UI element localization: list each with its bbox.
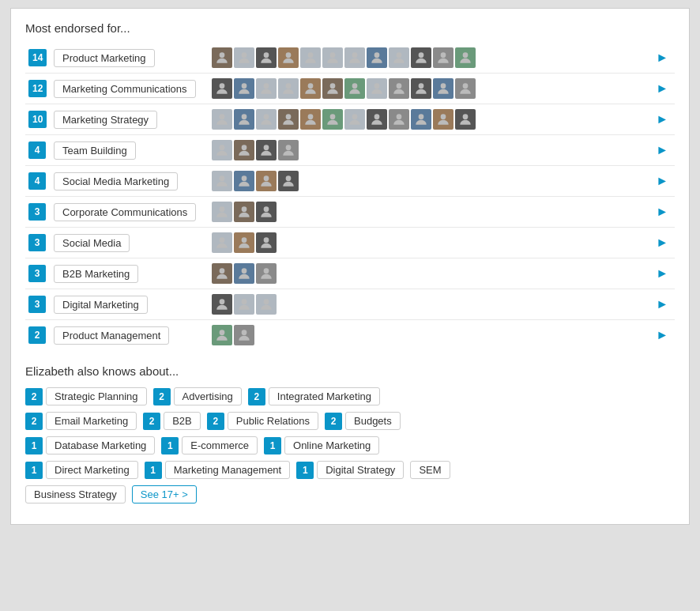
expand-arrow-button[interactable]: ► bbox=[653, 51, 672, 64]
avatar bbox=[256, 171, 277, 191]
skill-name-tag[interactable]: Team Building bbox=[54, 141, 136, 160]
skill-name-tag[interactable]: Product Marketing bbox=[54, 49, 155, 67]
also-knows-row: Business StrategySee 17+ > bbox=[25, 485, 675, 504]
skill-name-tag[interactable]: Product Management bbox=[54, 326, 169, 345]
svg-point-47 bbox=[220, 237, 225, 243]
endorsement-count-badge: 4 bbox=[28, 141, 46, 159]
also-knows-skill-tag[interactable]: SEM bbox=[410, 461, 450, 479]
also-knows-skill-tag[interactable]: Advertising bbox=[174, 387, 242, 405]
most-endorsed-title: Most endorsed for... bbox=[25, 21, 675, 35]
avatar bbox=[234, 202, 254, 222]
expand-arrow-button[interactable]: ► bbox=[653, 174, 672, 187]
also-knows-count-badge: 1 bbox=[145, 462, 162, 479]
also-knows-skill-tag[interactable]: Public Relations bbox=[228, 412, 318, 430]
svg-point-55 bbox=[264, 299, 269, 304]
skill-tag-pair: 1Digital Strategy bbox=[296, 461, 404, 479]
avatar bbox=[411, 47, 431, 68]
avatar bbox=[212, 263, 232, 284]
svg-point-11 bbox=[463, 52, 469, 58]
avatar-group bbox=[212, 47, 646, 68]
expand-arrow-button[interactable]: ► bbox=[653, 112, 672, 126]
svg-point-45 bbox=[242, 206, 247, 212]
also-knows-count-badge: 2 bbox=[25, 413, 43, 430]
also-knows-skill-tag[interactable]: Database Marketing bbox=[46, 436, 155, 454]
skill-name-tag[interactable]: B2B Marketing bbox=[54, 265, 138, 283]
skill-name-tag[interactable]: Digital Marketing bbox=[54, 296, 148, 314]
skill-name-tag[interactable]: Social Media bbox=[54, 234, 130, 252]
also-knows-skill-tag[interactable]: Direct Marketing bbox=[46, 461, 138, 479]
skill-tag-pair: 2Advertising bbox=[153, 387, 242, 405]
skill-name-tag[interactable]: Marketing Communications bbox=[54, 80, 196, 98]
skill-name-tag[interactable]: Marketing Strategy bbox=[54, 111, 157, 129]
avatar bbox=[234, 47, 254, 68]
avatar bbox=[389, 109, 409, 130]
expand-arrow-button[interactable]: ► bbox=[653, 205, 672, 218]
also-knows-skill-tag[interactable]: Budgets bbox=[345, 412, 401, 430]
svg-point-28 bbox=[308, 114, 314, 119]
also-knows-skill-tag[interactable]: Online Marketing bbox=[284, 436, 379, 454]
avatar-group bbox=[212, 171, 646, 191]
svg-point-12 bbox=[220, 83, 225, 89]
svg-point-37 bbox=[242, 145, 247, 150]
expand-arrow-button[interactable]: ► bbox=[653, 81, 672, 95]
also-knows-skill-tag[interactable]: B2B bbox=[164, 412, 201, 430]
avatar-group bbox=[212, 294, 646, 315]
avatar bbox=[234, 140, 254, 160]
svg-point-35 bbox=[463, 114, 469, 119]
skill-name-tag[interactable]: Social Media Marketing bbox=[54, 172, 178, 190]
svg-point-13 bbox=[242, 83, 247, 89]
also-knows-row: 2Strategic Planning2Advertising2Integrat… bbox=[25, 387, 675, 405]
avatar bbox=[256, 47, 277, 68]
svg-point-14 bbox=[264, 83, 269, 89]
svg-point-1 bbox=[242, 52, 247, 58]
also-knows-skill-tag[interactable]: Integrated Marketing bbox=[269, 387, 380, 405]
svg-point-32 bbox=[397, 114, 402, 119]
svg-point-51 bbox=[242, 268, 247, 273]
expand-arrow-button[interactable]: ► bbox=[653, 297, 672, 311]
also-knows-skill-tag[interactable]: Marketing Management bbox=[165, 461, 291, 479]
avatar bbox=[367, 47, 387, 68]
also-knows-skill-tag[interactable]: Strategic Planning bbox=[46, 387, 147, 405]
see-more-button[interactable]: See 17+ > bbox=[132, 485, 197, 504]
avatar bbox=[278, 78, 299, 99]
svg-point-23 bbox=[463, 83, 469, 89]
also-knows-section: Elizabeth also knows about... 2Strategic… bbox=[25, 364, 675, 510]
also-knows-skill-tag[interactable]: Business Strategy bbox=[25, 485, 126, 504]
svg-point-49 bbox=[264, 237, 269, 243]
svg-point-54 bbox=[242, 299, 247, 304]
svg-point-2 bbox=[264, 52, 269, 58]
svg-point-24 bbox=[220, 114, 225, 119]
skill-tag-pair: 2Strategic Planning bbox=[25, 387, 147, 405]
also-knows-row: 1Database Marketing1E-commerce1Online Ma… bbox=[25, 436, 675, 454]
svg-point-41 bbox=[242, 175, 247, 181]
expand-arrow-button[interactable]: ► bbox=[653, 236, 672, 249]
avatar-group bbox=[212, 109, 646, 130]
svg-point-50 bbox=[220, 268, 225, 273]
expand-arrow-button[interactable]: ► bbox=[653, 328, 672, 341]
avatar bbox=[278, 140, 299, 160]
avatar bbox=[433, 109, 453, 130]
also-knows-skill-tag[interactable]: Digital Strategy bbox=[317, 461, 404, 479]
endorsed-skill-row: 10Marketing Strategy ► bbox=[25, 104, 675, 135]
endorsement-count-badge: 2 bbox=[28, 326, 46, 344]
avatar bbox=[234, 325, 254, 345]
also-knows-count-badge: 1 bbox=[25, 462, 43, 479]
skill-tag-pair: 1E-commerce bbox=[161, 436, 258, 454]
svg-point-38 bbox=[264, 145, 269, 150]
avatar bbox=[212, 140, 232, 160]
endorsed-skill-row: 2Product Management ► bbox=[25, 320, 675, 351]
expand-arrow-button[interactable]: ► bbox=[653, 266, 672, 280]
skill-name-tag[interactable]: Corporate Communications bbox=[54, 203, 196, 221]
also-knows-row: 1Direct Marketing1Marketing Management1D… bbox=[25, 461, 675, 479]
also-knows-skill-tag[interactable]: E-commerce bbox=[182, 436, 258, 454]
avatar bbox=[212, 171, 232, 191]
endorsed-skill-row: 3Corporate Communications ► bbox=[25, 197, 675, 228]
also-knows-count-badge: 2 bbox=[248, 388, 265, 405]
expand-arrow-button[interactable]: ► bbox=[653, 143, 672, 157]
also-knows-count-badge: 2 bbox=[207, 413, 224, 430]
svg-point-42 bbox=[264, 175, 269, 181]
also-knows-skill-tag[interactable]: Email Marketing bbox=[46, 412, 137, 430]
avatar bbox=[278, 47, 299, 68]
avatar bbox=[322, 47, 343, 68]
avatar-group bbox=[212, 78, 646, 99]
